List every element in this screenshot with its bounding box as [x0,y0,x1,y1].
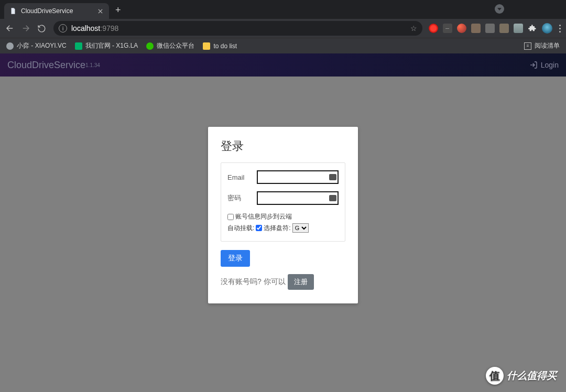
extension-icon[interactable] [514,24,523,33]
profile-avatar[interactable] [542,23,552,34]
bookmark-favicon [75,42,82,50]
address-bar[interactable]: i localhost:9798 ☆ [53,21,422,36]
login-form: Email 密码 账号信息同步到云端 自动挂载: 选择盘 [221,162,345,242]
sync-label: 账号信息同步到云端 [235,212,292,221]
reload-icon[interactable] [36,23,47,34]
extension-icon[interactable] [499,24,509,33]
bookmark-item[interactable]: 小弈 - XIAOYI.VC [6,41,67,50]
folder-icon [203,42,210,50]
browser-tab-active[interactable]: CloudDriveService [4,3,109,19]
login-card: 登录 Email 密码 账号信息同步到云端 自动挂 [208,127,358,303]
login-title: 登录 [221,138,345,154]
auto-mount-label: 自动挂载: [227,224,254,233]
extension-icon[interactable] [457,24,466,33]
watermark-text: 什么值得买 [507,369,557,383]
app-version: 1.1.34 [85,62,100,68]
extensions-puzzle-icon[interactable] [528,24,537,33]
site-info-icon[interactable]: i [59,24,67,32]
extensions-tray: ••• [429,23,562,34]
browser-menu-icon[interactable] [559,25,561,32]
bookmark-item[interactable]: to do list [203,42,237,50]
extension-icon[interactable] [429,24,438,33]
extension-icon[interactable] [485,24,495,33]
browser-toolbar: i localhost:9798 ☆ ••• [0,19,566,38]
credential-icon[interactable] [329,174,336,180]
reading-list-button[interactable]: ≡ 阅读清单 [524,41,560,50]
login-submit-button[interactable]: 登录 [221,250,250,267]
tab-close-icon[interactable] [96,7,104,15]
tab-search-button[interactable] [495,4,504,14]
bookmark-favicon [146,42,154,50]
url-host: localhost [71,24,100,32]
email-input[interactable] [257,170,339,184]
credential-icon[interactable] [329,195,336,201]
login-icon [529,61,538,69]
auto-mount-checkbox[interactable] [256,225,262,231]
email-label: Email [227,173,257,181]
tab-title: CloudDriveService [21,7,96,15]
extension-icon[interactable]: ••• [443,24,452,33]
register-button[interactable]: 注册 [288,274,314,290]
app-brand[interactable]: CloudDriveService [7,60,85,71]
bookmark-favicon [6,42,14,50]
file-icon [9,7,17,15]
bookmark-item[interactable]: 我们官网 - X1G.LA [75,41,138,50]
watermark: 值 什么值得买 [486,367,557,385]
page-content: 登录 Email 密码 账号信息同步到云端 自动挂 [0,77,566,392]
bookmarks-bar: 小弈 - XIAOYI.VC 我们官网 - X1G.LA 微信公众平台 to d… [0,38,566,53]
you-can-text: 你可以 [264,277,286,287]
nav-back-icon[interactable] [4,23,16,34]
bookmark-item[interactable]: 微信公众平台 [146,41,194,50]
watermark-badge: 值 [486,367,504,385]
sync-checkbox[interactable] [227,214,234,220]
app-navbar: CloudDriveService1.1.34 Login [0,53,566,77]
no-account-text: 没有账号吗? [221,277,262,287]
extension-icon[interactable] [471,24,481,33]
bookmark-star-icon[interactable]: ☆ [410,24,417,32]
nav-login-link[interactable]: Login [529,61,559,69]
reading-list-icon: ≡ [524,42,531,50]
nav-forward-icon[interactable] [20,23,31,34]
url-port: :9798 [100,24,118,32]
drive-select-label: 选择盘符: [264,224,290,233]
password-label: 密码 [227,193,257,203]
password-input[interactable] [257,191,339,205]
new-tab-button[interactable]: + [115,5,121,16]
drive-letter-select[interactable]: G [292,223,309,233]
browser-tab-strip: CloudDriveService + [0,0,566,19]
